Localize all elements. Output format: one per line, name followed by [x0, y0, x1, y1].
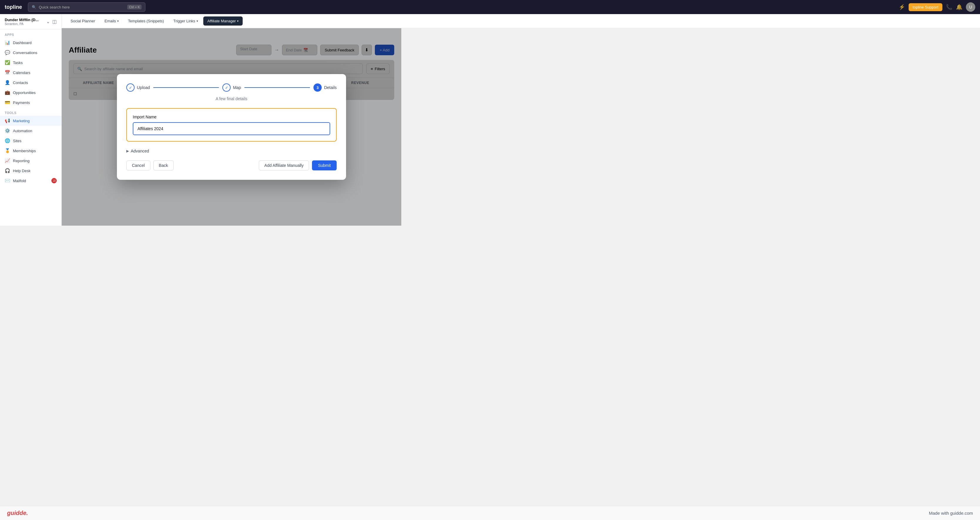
step-details-label: Details	[324, 85, 337, 90]
workspace-dropdown-icon[interactable]: ⌄	[46, 19, 50, 24]
marketing-icon: 📢	[5, 118, 10, 123]
advanced-label: Advanced	[131, 149, 149, 153]
sidebar-item-tasks[interactable]: ✅ Tasks	[0, 57, 61, 68]
modal-footer-right: Add Affiliate Manually Submit	[259, 161, 337, 170]
sidebar-section-tools: Tools	[0, 108, 61, 116]
sidebar-item-marketing[interactable]: 📢 Marketing	[0, 116, 61, 126]
import-details-modal: ✓ Upload ✓ Map 3 Details A few final	[117, 74, 346, 180]
sidebar-item-label: Tasks	[13, 60, 22, 65]
app-layout: Dunder Mifflin (D... Scranton, PA ⌄ ◫ Ap…	[0, 0, 401, 226]
back-button[interactable]: Back	[153, 161, 173, 170]
add-affiliate-manually-button[interactable]: Add Affiliate Manually	[259, 161, 309, 170]
workspace-selector[interactable]: Dunder Mifflin (D... Scranton, PA ⌄ ◫	[0, 14, 61, 29]
sidebar-item-payments[interactable]: 💳 Payments	[0, 97, 61, 108]
sidebar-item-contacts[interactable]: 👤 Contacts	[0, 78, 61, 87]
import-stepper: ✓ Upload ✓ Map 3 Details	[126, 83, 337, 92]
contacts-icon: 👤	[5, 80, 10, 85]
sidebar-item-calendars[interactable]: 📅 Calendars	[0, 68, 61, 78]
sidebar-item-label: Memberships	[13, 149, 36, 153]
search-icon: 🔍	[32, 5, 37, 10]
modal-subtitle: A few final details	[126, 96, 337, 101]
sidebar-item-label: Marketing	[13, 119, 30, 123]
workspace-name: Dunder Mifflin (D...	[5, 17, 39, 22]
sidebar-item-label: Opportunities	[13, 91, 35, 95]
global-search[interactable]: 🔍 Quick search here Ctrl + K	[28, 2, 145, 12]
step-details: 3 Details	[313, 83, 337, 92]
workspace-info: Dunder Mifflin (D... Scranton, PA	[5, 17, 39, 25]
conversations-icon: 💬	[5, 50, 10, 55]
step-upload-circle: ✓	[126, 83, 135, 92]
dashboard-icon: 📊	[5, 40, 10, 45]
search-placeholder-text: Quick search here	[39, 5, 70, 10]
step-connector-2	[244, 87, 310, 88]
step-upload: ✓ Upload	[126, 83, 150, 92]
step-map-label: Map	[233, 85, 241, 90]
top-navbar: topline 🔍 Quick search here Ctrl + K ⚡ t…	[0, 0, 401, 14]
tasks-icon: ✅	[5, 60, 10, 65]
advanced-chevron-icon: ▶	[126, 149, 129, 153]
sidebar-item-mailfold[interactable]: ✉️ Mailfold 18	[0, 176, 61, 186]
step-map-circle: ✓	[223, 83, 231, 92]
import-name-section: Import Name	[126, 108, 337, 142]
search-shortcut: Ctrl + K	[127, 5, 142, 10]
import-name-label: Import Name	[133, 114, 330, 119]
sidebar-item-conversations[interactable]: 💬 Conversations	[0, 48, 61, 57]
submit-button[interactable]: Submit	[312, 161, 337, 170]
sidebar-item-memberships[interactable]: 🏅 Memberships	[0, 146, 61, 156]
sidebar-item-label: Payments	[13, 100, 30, 105]
payments-icon: 💳	[5, 100, 10, 105]
import-name-input[interactable]	[133, 122, 330, 135]
app-logo: topline	[5, 4, 22, 10]
sidebar-item-label: Mailfold	[13, 179, 26, 183]
sidebar-item-opportunities[interactable]: 💼 Opportunities	[0, 87, 61, 97]
advanced-toggle[interactable]: ▶ Advanced	[126, 146, 337, 156]
opportunities-icon: 💼	[5, 90, 10, 95]
sidebar-item-label: Reporting	[13, 159, 29, 163]
sidebar: Dunder Mifflin (D... Scranton, PA ⌄ ◫ Ap…	[0, 14, 62, 226]
workspace-location: Scranton, PA	[5, 22, 39, 25]
mailfold-icon: ✉️	[5, 178, 10, 183]
modal-overlay: ✓ Upload ✓ Map 3 Details A few final	[62, 28, 401, 226]
mailfold-badge: 18	[51, 178, 57, 183]
sidebar-item-label: Help Desk	[13, 169, 30, 173]
sidebar-collapse-icon[interactable]: ◫	[52, 19, 57, 24]
step-details-circle: 3	[313, 83, 322, 92]
sidebar-item-label: Automation	[13, 129, 32, 133]
sidebar-item-label: Contacts	[13, 81, 28, 85]
step-connector-1	[153, 87, 219, 88]
sidebar-item-sites[interactable]: 🌐 Sites	[0, 136, 61, 146]
modal-footer: Cancel Back Add Affiliate Manually Submi…	[126, 161, 337, 170]
sidebar-item-label: Dashboard	[13, 41, 32, 45]
automation-icon: ⚙️	[5, 128, 10, 134]
main-content: Social Planner Emails ▾ Templates (Snipp…	[62, 28, 401, 226]
step-map: ✓ Map	[223, 83, 241, 92]
sidebar-item-label: Conversations	[13, 51, 37, 55]
step-upload-label: Upload	[137, 85, 150, 90]
helpdesk-icon: 🎧	[5, 168, 10, 173]
sidebar-item-reporting[interactable]: 📈 Reporting	[0, 156, 61, 166]
calendars-icon: 📅	[5, 70, 10, 75]
reporting-icon: 📈	[5, 158, 10, 163]
memberships-icon: 🏅	[5, 148, 10, 153]
sidebar-item-dashboard[interactable]: 📊 Dashboard	[0, 38, 61, 48]
sidebar-item-helpdesk[interactable]: 🎧 Help Desk	[0, 166, 61, 176]
sidebar-item-label: Sites	[13, 139, 21, 143]
cancel-button[interactable]: Cancel	[126, 161, 150, 170]
sites-icon: 🌐	[5, 138, 10, 143]
sidebar-section-apps: Apps	[0, 29, 61, 38]
sidebar-item-automation[interactable]: ⚙️ Automation	[0, 126, 61, 136]
sidebar-item-label: Calendars	[13, 70, 30, 75]
